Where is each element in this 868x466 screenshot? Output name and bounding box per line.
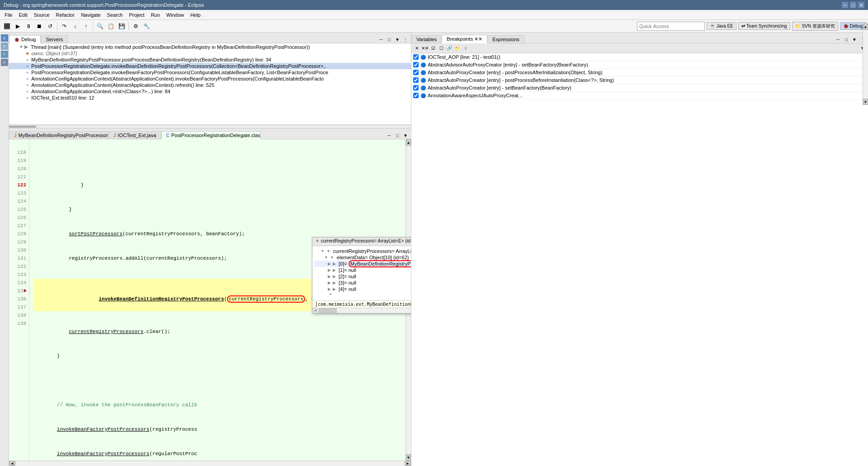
right-vscroll-track[interactable] [863,30,868,99]
debug-minimize-btn[interactable]: ─ [377,36,385,43]
toolbar-btn-10[interactable]: 🔧 [142,21,151,31]
debug-tree-postprocessor[interactable]: = PostProcessorRegistrationDelegate.invo… [9,63,411,69]
right-maximize-btn[interactable]: □ [843,36,850,43]
hscroll-left[interactable]: ◀ [9,461,15,466]
editor-menu-btn[interactable]: ▼ [402,132,409,139]
editor-minimize-btn[interactable]: ─ [386,132,393,139]
toolbar-btn-5[interactable]: ↺ [45,21,55,31]
code-hscrollbar[interactable]: ◀ ▶ [9,461,411,466]
right-vscroll-down[interactable]: ▼ [863,99,868,105]
debug-tree-owns[interactable]: ■ owns: Object (id=37) [9,50,411,57]
toolbar-btn-6[interactable]: 🔍 [95,21,105,31]
bp-item-abstractauto1[interactable]: 🔵 AbstractAutoProxyCreator [entry] - pos… [411,69,868,76]
close-button[interactable]: ✕ [858,2,864,8]
vscroll-up[interactable]: ▲ [406,139,411,146]
toolbar-btn-3[interactable]: ⏸ [24,21,33,31]
bp-item-abstractadvisor[interactable]: 🔵 AbstractAdvisorAutoProxyCreator [entry… [411,61,868,69]
menu-file[interactable]: File [2,11,15,19]
minimize-button[interactable]: ─ [842,2,848,8]
popup-item-index1[interactable]: ▶ ▶ [1]= null [314,267,411,273]
toolbar-step-over[interactable]: ↷ [59,21,69,31]
sidebar-icon-3[interactable]: T [1,51,8,58]
tab-postprocessor-delegate[interactable]: C PostProcessorRegistrationDelegate.clas… [161,131,261,139]
toolbar-step-return[interactable]: ↑ [81,21,91,31]
bp-expand-btn[interactable]: ↕ [462,45,469,52]
debug-tree-thread[interactable]: ▼ ▶ Thread [main] (Suspended (entry into… [9,43,411,50]
bp-enable-btn[interactable]: ☑ [429,45,437,52]
right-vscrollbar[interactable]: ▲ ▼ [863,24,868,105]
popup-item-index4[interactable]: ▶ ▶ [4]= null [314,286,411,292]
bp-check-1[interactable] [413,54,419,60]
debug-scrollbar[interactable] [9,125,411,128]
toolbar-btn-9[interactable]: ⚙ [131,21,141,31]
menu-source[interactable]: Source [31,11,52,19]
popup-scroll-track[interactable] [319,308,411,313]
menu-edit[interactable]: Edit [16,11,30,19]
perspective-team-sync[interactable]: ⇄ Team Synchronizing [738,22,790,30]
toolbar-btn-2[interactable]: ▶ [13,21,23,31]
popup-item-elementdata[interactable]: ▼ ▼ elementData= Object[10] (id=62) [314,254,411,261]
debug-close-btn[interactable]: ▼ [394,36,401,43]
right-vscroll-up[interactable]: ▲ [863,24,868,30]
popup-item-index3[interactable]: ▶ ▶ [3]= null [314,280,411,286]
quick-access-input[interactable] [637,22,705,31]
tab-breakpoints[interactable]: Breakpoints ✕✕ [442,35,487,43]
maximize-button[interactable]: □ [850,2,856,8]
popup-item-index2[interactable]: ▶ ▶ [2]= null [314,273,411,280]
perspective-java-ee[interactable]: ☕ Java EE [707,22,736,30]
bp-check-2[interactable] [413,62,419,67]
debug-maximize-btn[interactable]: □ [386,36,393,43]
right-menu-btn[interactable]: ▼ [851,36,858,43]
tab-debug[interactable]: 🐞 Debug [9,35,41,43]
tab-mybeandef[interactable]: J MyBeanDefinitionRegistryPostProcessor.… [9,131,108,139]
debug-menu-btn[interactable]: ⋮ [402,36,409,43]
toolbar-btn-1[interactable]: ⬛ [2,21,12,31]
bp-link-btn[interactable]: 🔗 [446,45,453,52]
popup-hscrollbar[interactable]: < > [312,308,411,313]
bp-check-3[interactable] [413,70,419,75]
bp-group-btn[interactable]: 📁 [454,45,461,52]
right-minimize-btn[interactable]: ─ [835,36,842,43]
popup-item-currentreg[interactable]: ▼ ▼ currentRegistryProcessors= ArrayList… [314,248,411,254]
tab-expressions[interactable]: Expressions [487,35,524,43]
editor-maximize-btn[interactable]: □ [394,132,401,139]
sidebar-icon-1[interactable]: D [1,34,8,42]
debug-tree-refresh[interactable]: = AnnotationConfigApplicationContext(Abs… [9,82,411,88]
menu-search[interactable]: Search [104,11,126,19]
menu-navigate[interactable]: Navigate [78,11,103,19]
menu-refactor[interactable]: Refactor [53,11,78,19]
tab-ioctest[interactable]: J IOCTest_Ext.java [108,131,161,139]
toolbar-btn-4[interactable]: ⏹ [34,21,44,31]
menu-run[interactable]: Run [148,11,163,19]
popup-item-quotes[interactable]: " [314,292,411,299]
vscroll-down[interactable]: ▼ [406,454,411,461]
tab-variables[interactable]: Variables [411,35,442,43]
hscroll-right[interactable]: ▶ [405,461,411,466]
bp-remove-all-btn[interactable]: ✕✕ [421,45,429,52]
hover-popup-content[interactable]: ▼ ▼ currentRegistryProcessors= ArrayList… [312,246,411,300]
bp-remove-btn[interactable]: ✕ [413,45,420,52]
debug-tree-invokefactory[interactable]: = PostProcessorRegistrationDelegate.invo… [9,69,411,76]
toolbar-step-into[interactable]: ↓ [70,21,80,31]
debug-tree-mybp[interactable]: = MyBeanDefinitionRegistryPostProcessor.… [9,57,411,63]
code-editor[interactable]: ▶ 118 119 120 121 122 123 124 125 126 12… [9,139,411,461]
bp-item-annotation[interactable]: 🔵 AnnotationAwareAspectJAutoProxyCreat..… [411,92,868,100]
popup-item-index0[interactable]: ▶ ▶ [0]= MyBeanDefinitionRegistryPostPro… [314,261,411,267]
toolbar-btn-7[interactable]: 📋 [106,21,116,31]
debug-tree-annotation1[interactable]: = AnnotationConfigApplicationContext(Abs… [9,76,411,82]
sidebar-icon-2[interactable]: S [1,43,8,50]
hscroll-track[interactable] [15,461,405,466]
menu-help[interactable]: Help [188,11,203,19]
tab-servers[interactable]: Servers [41,35,68,43]
menu-window[interactable]: Window [164,11,187,19]
sidebar-icon-4[interactable]: P [1,59,8,66]
perspective-svn[interactable]: 📁 SVN 资源库研究 [792,22,838,31]
popup-scroll-left[interactable]: < [312,308,319,313]
bp-check-5[interactable] [413,85,419,90]
bp-disable-btn[interactable]: ☐ [438,45,445,52]
menu-project[interactable]: Project [126,11,147,19]
bp-check-6[interactable] [413,93,419,98]
toolbar-btn-8[interactable]: 💾 [117,21,127,31]
bp-check-4[interactable] [413,77,419,83]
debug-tree-init[interactable]: = AnnotationConfigApplicationContext.<in… [9,88,411,95]
